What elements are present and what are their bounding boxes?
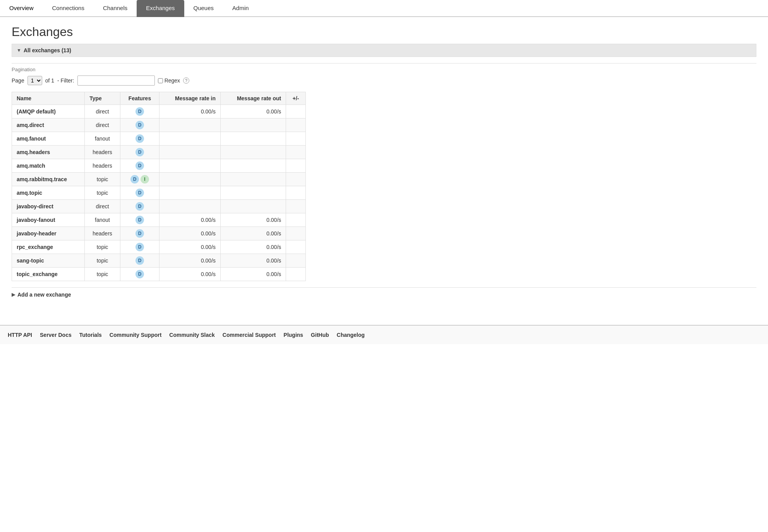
col-actions: +/- [286, 92, 306, 105]
exchange-name[interactable]: javaboy-fanout [12, 213, 85, 227]
exchange-name-text: javaboy-direct [17, 203, 53, 209]
table-row: topic_exchangetopicD0.00/s0.00/s [12, 268, 306, 281]
nav-item-queues[interactable]: Queues [184, 0, 223, 17]
exchange-name-text: rpc_exchange [17, 244, 53, 250]
table-row: rpc_exchangetopicD0.00/s0.00/s [12, 240, 306, 254]
table-row: amq.rabbitmq.tracetopicDI [12, 173, 306, 186]
col-type: Type [85, 92, 120, 105]
nav-item-admin[interactable]: Admin [223, 0, 258, 17]
exchange-features: D [120, 105, 159, 118]
add-exchange-label: Add a new exchange [17, 292, 71, 298]
main-content: Exchanges ▼ All exchanges (13) Paginatio… [0, 17, 768, 309]
msg-rate-in [159, 186, 221, 200]
exchange-name[interactable]: topic_exchange [12, 268, 85, 281]
exchange-features: D [120, 118, 159, 132]
col-msg-rate-out: Message rate out [221, 92, 286, 105]
exchange-type: topic [85, 186, 120, 200]
exchange-name[interactable]: amq.headers [12, 146, 85, 159]
exchange-name[interactable]: amq.match [12, 159, 85, 173]
page-title: Exchanges [12, 25, 756, 39]
footer-link-tutorials[interactable]: Tutorials [79, 332, 102, 338]
msg-rate-out [221, 159, 286, 173]
help-icon[interactable]: ? [183, 77, 189, 84]
col-msg-rate-in: Message rate in [159, 92, 221, 105]
exchange-name[interactable]: amq.fanout [12, 132, 85, 146]
page-select[interactable]: 1 [27, 76, 42, 85]
exchange-type: fanout [85, 132, 120, 146]
table-row: amq.topictopicD [12, 186, 306, 200]
msg-rate-out: 0.00/s [221, 240, 286, 254]
table-row: sang-topictopicD0.00/s0.00/s [12, 254, 306, 268]
msg-rate-out: 0.00/s [221, 105, 286, 118]
exchange-action [286, 213, 306, 227]
pagination-section: Pagination Page 1 of 1 - Filter: Regex ? [12, 63, 756, 86]
msg-rate-out [221, 132, 286, 146]
exchange-name-text: javaboy-header [17, 230, 57, 237]
exchange-name[interactable]: javaboy-direct [12, 200, 85, 213]
msg-rate-in [159, 159, 221, 173]
exchange-action [286, 105, 306, 118]
feature-badge-d: D [135, 134, 144, 143]
msg-rate-out: 0.00/s [221, 227, 286, 240]
filter-input[interactable] [77, 76, 155, 86]
exchange-features: D [120, 213, 159, 227]
add-exchange-toggle[interactable]: ▶ Add a new exchange [12, 292, 756, 298]
exchange-name-text: amq.fanout [17, 136, 46, 142]
exchange-action [286, 254, 306, 268]
col-name: Name [12, 92, 85, 105]
exchange-action [286, 227, 306, 240]
nav-item-overview[interactable]: Overview [0, 0, 43, 17]
exchange-type: headers [85, 146, 120, 159]
exchange-name[interactable]: amq.direct [12, 118, 85, 132]
exchange-features: D [120, 200, 159, 213]
footer: HTTP APIServer DocsTutorialsCommunity Su… [0, 325, 768, 344]
regex-checkbox[interactable] [158, 78, 163, 83]
msg-rate-out: 0.00/s [221, 268, 286, 281]
feature-badge-d: D [135, 229, 144, 238]
footer-link-community-slack[interactable]: Community Slack [169, 332, 214, 338]
exchange-name-text: amq.topic [17, 190, 42, 196]
msg-rate-out [221, 146, 286, 159]
feature-badge-d: D [135, 270, 144, 278]
exchange-name[interactable]: rpc_exchange [12, 240, 85, 254]
exchange-type: fanout [85, 213, 120, 227]
exchange-name[interactable]: sang-topic [12, 254, 85, 268]
footer-link-github[interactable]: GitHub [311, 332, 329, 338]
msg-rate-in: 0.00/s [159, 240, 221, 254]
nav-item-channels[interactable]: Channels [94, 0, 137, 17]
exchange-action [286, 200, 306, 213]
filter-label: - Filter: [57, 77, 74, 84]
exchange-action [286, 132, 306, 146]
exchange-name-text: javaboy-fanout [17, 217, 55, 223]
table-row: amq.fanoutfanoutD [12, 132, 306, 146]
msg-rate-in [159, 200, 221, 213]
regex-label: Regex [158, 77, 180, 84]
table-row: amq.directdirectD [12, 118, 306, 132]
msg-rate-out: 0.00/s [221, 254, 286, 268]
feature-badge-d: D [135, 256, 144, 265]
feature-badge-d: D [130, 175, 139, 184]
nav-item-exchanges[interactable]: Exchanges [137, 0, 184, 17]
nav-item-connections[interactable]: Connections [43, 0, 94, 17]
exchange-name[interactable]: javaboy-header [12, 227, 85, 240]
exchange-name[interactable]: amq.topic [12, 186, 85, 200]
msg-rate-out [221, 118, 286, 132]
exchange-type: headers [85, 159, 120, 173]
exchange-type: direct [85, 200, 120, 213]
footer-link-http-api[interactable]: HTTP API [8, 332, 32, 338]
exchange-name-text: amq.direct [17, 122, 44, 128]
msg-rate-out: 0.00/s [221, 213, 286, 227]
footer-link-changelog[interactable]: Changelog [337, 332, 365, 338]
footer-link-community-support[interactable]: Community Support [110, 332, 162, 338]
exchange-name[interactable]: amq.rabbitmq.trace [12, 173, 85, 186]
table-row: javaboy-headerheadersD0.00/s0.00/s [12, 227, 306, 240]
footer-link-plugins[interactable]: Plugins [284, 332, 303, 338]
exchange-type: headers [85, 227, 120, 240]
footer-link-server-docs[interactable]: Server Docs [40, 332, 72, 338]
exchange-features: D [120, 159, 159, 173]
section-arrow-icon: ▼ [17, 48, 21, 53]
regex-text: Regex [165, 77, 180, 84]
footer-link-commercial-support[interactable]: Commercial Support [223, 332, 276, 338]
exchange-name[interactable]: (AMQP default) [12, 105, 85, 118]
msg-rate-in: 0.00/s [159, 254, 221, 268]
